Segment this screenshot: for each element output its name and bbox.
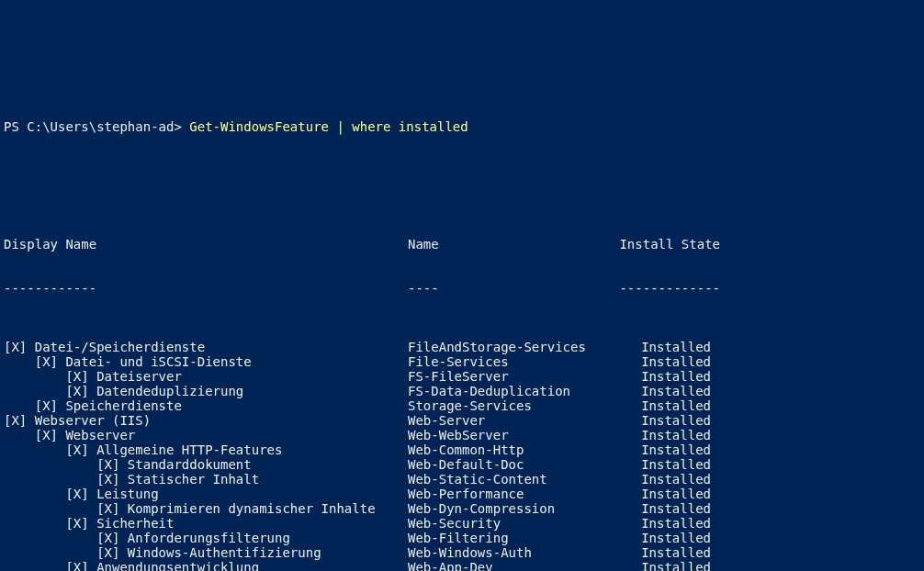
col-sep-display: ------------ — [4, 281, 408, 296]
feature-row: [X] Statischer InhaltWeb-Static-ContentI… — [4, 472, 920, 487]
column-header-row: Display NameNameInstall State — [4, 237, 920, 252]
feature-display-name: [X] Speicherdienste — [4, 398, 408, 413]
feature-display-name: [X] Statischer Inhalt — [4, 472, 408, 487]
column-separator-row: ----------------------------- — [4, 281, 920, 296]
feature-install-state: Installed — [610, 442, 720, 457]
feature-display-name: [X] Webserver — [4, 428, 408, 442]
feature-name: Storage-Services — [408, 398, 610, 413]
feature-install-state: Installed — [610, 516, 720, 531]
blank-line — [4, 178, 920, 193]
feature-install-state: Installed — [610, 384, 720, 398]
feature-install-state: Installed — [610, 545, 720, 560]
feature-install-state: Installed — [610, 340, 720, 354]
feature-row: [X] Allgemeine HTTP-FeaturesWeb-Common-H… — [4, 442, 920, 457]
feature-display-name: [X] Leistung — [4, 487, 408, 501]
feature-install-state: Installed — [610, 501, 720, 516]
feature-name: Web-App-Dev — [408, 560, 610, 571]
feature-row: [X] LeistungWeb-PerformanceInstalled — [4, 487, 920, 501]
col-header-state: Install State — [610, 237, 720, 252]
feature-row: [X] DateiserverFS-FileServerInstalled — [4, 369, 920, 384]
col-sep-name: ---- — [408, 281, 610, 296]
feature-list: [X] Datei-/SpeicherdiensteFileAndStorage… — [4, 340, 920, 571]
feature-name: Web-Performance — [408, 487, 610, 501]
col-header-name: Name — [408, 237, 610, 252]
col-header-display: Display Name — [4, 237, 408, 252]
feature-name: Web-WebServer — [408, 428, 610, 442]
feature-row: [X] Datei- und iSCSI-DiensteFile-Service… — [4, 354, 920, 369]
feature-install-state: Installed — [610, 531, 720, 545]
feature-install-state: Installed — [610, 398, 720, 413]
feature-display-name: [X] Datendeduplizierung — [4, 384, 408, 398]
feature-name: Web-Common-Http — [408, 442, 610, 457]
feature-name: Web-Windows-Auth — [408, 545, 610, 560]
feature-name: FileAndStorage-Services — [408, 340, 610, 354]
feature-install-state: Installed — [610, 413, 720, 428]
feature-name: FS-Data-Deduplication — [408, 384, 610, 398]
feature-name: Web-Security — [408, 516, 610, 531]
feature-name: Web-Filtering — [408, 531, 610, 545]
feature-install-state: Installed — [610, 354, 720, 369]
feature-install-state: Installed — [610, 472, 720, 487]
feature-name: FS-FileServer — [408, 369, 610, 384]
feature-display-name: [X] Anforderungsfilterung — [4, 531, 408, 545]
feature-name: Web-Default-Doc — [408, 457, 610, 472]
feature-display-name: [X] Datei-/Speicherdienste — [4, 340, 408, 354]
feature-row: [X] StandarddokumentWeb-Default-DocInsta… — [4, 457, 920, 472]
feature-display-name: [X] Windows-Authentifizierung — [4, 545, 408, 560]
feature-display-name: [X] Sicherheit — [4, 516, 408, 531]
col-sep-state: ------------- — [610, 281, 720, 296]
prompt-prefix: PS C:\Users\stephan-ad> — [4, 119, 189, 134]
feature-display-name: [X] Datei- und iSCSI-Dienste — [4, 354, 408, 369]
feature-display-name: [X] Allgemeine HTTP-Features — [4, 442, 408, 457]
prompt-command: Get-WindowsFeature | where installed — [189, 119, 468, 134]
feature-install-state: Installed — [610, 428, 720, 442]
feature-row: [X] Webserver (IIS)Web-ServerInstalled — [4, 413, 920, 428]
feature-name: Web-Dyn-Compression — [408, 501, 610, 516]
feature-install-state: Installed — [610, 457, 720, 472]
feature-display-name: [X] Webserver (IIS) — [4, 413, 408, 428]
prompt-line: PS C:\Users\stephan-ad> Get-WindowsFeatu… — [4, 119, 920, 134]
feature-name: Web-Server — [408, 413, 610, 428]
feature-row: [X] SpeicherdiensteStorage-ServicesInsta… — [4, 398, 920, 413]
feature-row: [X] Komprimieren dynamischer InhalteWeb-… — [4, 501, 920, 516]
feature-name: Web-Static-Content — [408, 472, 610, 487]
feature-display-name: [X] Dateiserver — [4, 369, 408, 384]
feature-row: [X] AnwendungsentwicklungWeb-App-DevInst… — [4, 560, 920, 571]
powershell-terminal[interactable]: PS C:\Users\stephan-ad> Get-WindowsFeatu… — [0, 73, 924, 571]
feature-row: [X] SicherheitWeb-SecurityInstalled — [4, 516, 920, 531]
feature-row: [X] WebserverWeb-WebServerInstalled — [4, 428, 920, 442]
feature-display-name: [X] Standarddokument — [4, 457, 408, 472]
feature-install-state: Installed — [610, 369, 720, 384]
feature-name: File-Services — [408, 354, 610, 369]
feature-display-name: [X] Anwendungsentwicklung — [4, 560, 408, 571]
feature-install-state: Installed — [610, 560, 720, 571]
feature-install-state: Installed — [610, 487, 720, 501]
feature-row: [X] AnforderungsfilterungWeb-FilteringIn… — [4, 531, 920, 545]
feature-row: [X] Datei-/SpeicherdiensteFileAndStorage… — [4, 340, 920, 354]
feature-display-name: [X] Komprimieren dynamischer Inhalte — [4, 501, 408, 516]
feature-row: [X] Windows-AuthentifizierungWeb-Windows… — [4, 545, 920, 560]
feature-row: [X] DatendeduplizierungFS-Data-Deduplica… — [4, 384, 920, 398]
